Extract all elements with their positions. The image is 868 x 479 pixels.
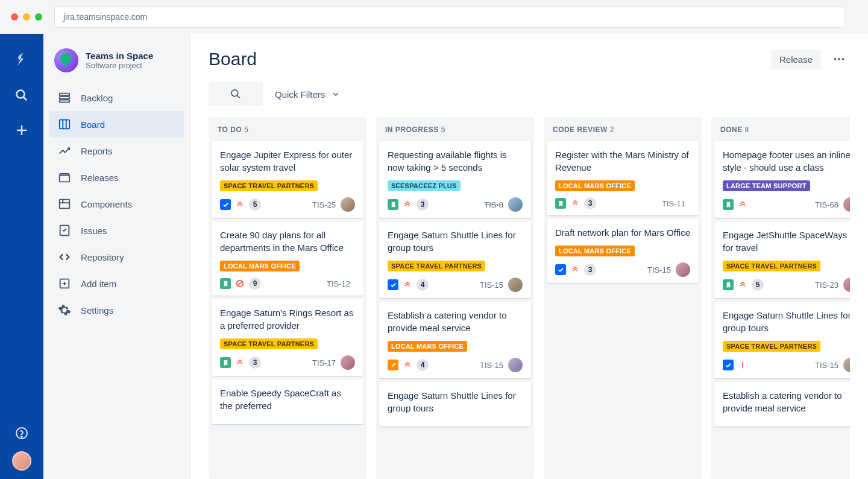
issue-type-icon xyxy=(220,357,231,368)
sidebar-item-issues[interactable]: Issues xyxy=(49,217,184,244)
issue-card[interactable]: Engage Saturn Shuttle Lines for group to… xyxy=(714,302,850,378)
close-window-icon[interactable] xyxy=(11,13,18,21)
sidebar-item-settings[interactable]: Settings xyxy=(49,297,184,323)
board-icon xyxy=(58,118,71,131)
column-name: CODE REVIEW xyxy=(553,125,608,134)
jira-logo-icon[interactable] xyxy=(10,48,34,72)
svg-point-21 xyxy=(834,58,837,60)
create-icon[interactable] xyxy=(10,118,34,142)
column-name: TO DO xyxy=(218,125,242,134)
minimize-window-icon[interactable] xyxy=(23,13,30,21)
assignee-avatar[interactable] xyxy=(508,358,523,372)
main-content: Board Release Quick Filters TO DO 5Engag… xyxy=(190,34,868,479)
user-avatar[interactable] xyxy=(12,451,31,471)
card-title: Engage JetShuttle SpaceWays for travel xyxy=(723,229,850,254)
issue-card[interactable]: Draft network plan for Mars OfficeLOCAL … xyxy=(547,219,699,283)
issue-card[interactable]: Enable Speedy SpaceCraft as the preferre… xyxy=(212,379,363,424)
svg-rect-9 xyxy=(60,120,70,129)
epic-badge: SPACE TRAVEL PARTNERS xyxy=(220,338,318,349)
epic-badge: LARGE TEAM SUPPORT xyxy=(723,180,810,191)
card-title: Establish a catering vendor to provide m… xyxy=(388,309,523,334)
release-button[interactable]: Release xyxy=(771,49,821,69)
card-title: Engage Saturn's Rings Resort as a prefer… xyxy=(220,306,355,332)
assignee-avatar[interactable] xyxy=(843,278,850,292)
assignee-avatar[interactable] xyxy=(843,197,850,212)
sidebar-item-reports[interactable]: Reports xyxy=(49,138,184,164)
issue-key: TIS-17 xyxy=(312,358,336,367)
issue-key: TIS-23 xyxy=(815,281,838,290)
page-title: Board xyxy=(209,49,771,69)
issue-key: TIS-15 xyxy=(480,361,503,370)
assignee-avatar[interactable] xyxy=(341,197,355,212)
card-title: Engage Saturn Shuttle Lines for group to… xyxy=(723,309,850,334)
issue-type-icon xyxy=(723,279,734,290)
issue-card[interactable]: Register with the Mars Ministry of Reven… xyxy=(547,141,699,215)
issue-card[interactable]: Engage Saturn Shuttle Lines for group to… xyxy=(379,221,531,298)
nav-label: Add item xyxy=(81,279,116,289)
card-title: Engage Jupiter Express for outer solar s… xyxy=(220,148,355,174)
project-type: Software project xyxy=(86,61,153,70)
card-title: Create 90 day plans for all departments … xyxy=(220,229,355,254)
global-rail xyxy=(0,34,43,479)
issue-card[interactable]: Establish a catering vendor to provide m… xyxy=(714,382,850,427)
issue-key: TIS-25 xyxy=(312,200,336,209)
issue-card[interactable]: Engage Saturn Shuttle Lines for group to… xyxy=(379,382,531,427)
issue-type-icon xyxy=(388,360,398,370)
nav-label: Board xyxy=(81,119,105,130)
issue-card[interactable]: Engage JetShuttle SpaceWays for travelSP… xyxy=(714,221,850,298)
help-icon[interactable] xyxy=(10,421,34,445)
priority-icon xyxy=(737,279,748,290)
browser-bar: jira.teamsinspace.com xyxy=(0,0,868,34)
url-bar[interactable]: jira.teamsinspace.com xyxy=(54,6,845,28)
assignee-avatar[interactable] xyxy=(843,358,850,372)
assignee-avatar[interactable] xyxy=(508,278,523,292)
maximize-window-icon[interactable] xyxy=(35,13,42,21)
card-title: Engage Saturn Shuttle Lines for group to… xyxy=(388,229,523,254)
issue-key: TIS-12 xyxy=(327,279,350,288)
quick-filters-label: Quick Filters xyxy=(275,89,325,100)
issue-type-icon xyxy=(555,264,566,275)
svg-rect-8 xyxy=(60,100,70,103)
reports-icon xyxy=(58,144,71,157)
sidebar-item-add-item[interactable]: Add item xyxy=(49,270,184,297)
svg-point-24 xyxy=(231,90,238,97)
sidebar-item-backlog[interactable]: Backlog xyxy=(49,84,184,111)
assignee-avatar[interactable] xyxy=(508,197,523,212)
story-points-badge: 5 xyxy=(249,198,261,211)
svg-line-25 xyxy=(237,96,240,98)
backlog-icon xyxy=(58,91,71,104)
svg-point-23 xyxy=(842,58,844,60)
issue-card[interactable]: Create 90 day plans for all departments … xyxy=(212,221,363,296)
sidebar-item-releases[interactable]: Releases xyxy=(49,164,184,191)
nav-label: Reports xyxy=(81,146,113,156)
project-sidebar: Teams in Space Software project BacklogB… xyxy=(43,34,190,479)
card-title: Establish a catering vendor to provide m… xyxy=(723,389,850,414)
components-icon xyxy=(58,197,71,211)
assignee-avatar[interactable] xyxy=(341,355,355,370)
svg-line-27 xyxy=(238,282,242,286)
search-icon[interactable] xyxy=(10,83,34,107)
assignee-avatar[interactable] xyxy=(676,262,690,277)
column-code-review: CODE REVIEW 2Register with the Mars Mini… xyxy=(544,117,702,479)
issue-card[interactable]: Homepage footer uses an inline style - s… xyxy=(714,141,850,218)
issue-card[interactable]: Engage Jupiter Express for outer solar s… xyxy=(212,141,363,218)
issue-card[interactable]: Engage Saturn's Rings Resort as a prefer… xyxy=(212,299,363,376)
issue-card[interactable]: Establish a catering vendor to provide m… xyxy=(379,302,531,378)
issue-card[interactable]: Requesting available flights is now taki… xyxy=(379,141,531,218)
quick-filters-dropdown[interactable]: Quick Filters xyxy=(275,89,341,100)
more-actions-button[interactable] xyxy=(828,48,850,70)
story-points-badge: 3 xyxy=(417,198,429,211)
story-points-badge: 4 xyxy=(417,279,429,291)
sidebar-item-components[interactable]: Components xyxy=(49,191,184,217)
add-item-icon xyxy=(58,277,71,290)
project-header[interactable]: Teams in Space Software project xyxy=(49,48,184,84)
priority-icon xyxy=(402,360,413,370)
sidebar-item-repository[interactable]: Repository xyxy=(49,244,184,270)
epic-badge: SPACE TRAVEL PARTNERS xyxy=(723,261,820,271)
story-points-badge: 9 xyxy=(249,278,261,290)
sidebar-item-board[interactable]: Board xyxy=(49,111,184,138)
svg-point-22 xyxy=(838,58,840,60)
board-search[interactable] xyxy=(209,82,263,106)
issue-key: TIS-68 xyxy=(815,200,838,209)
issue-key: TIS-8 xyxy=(484,200,503,209)
